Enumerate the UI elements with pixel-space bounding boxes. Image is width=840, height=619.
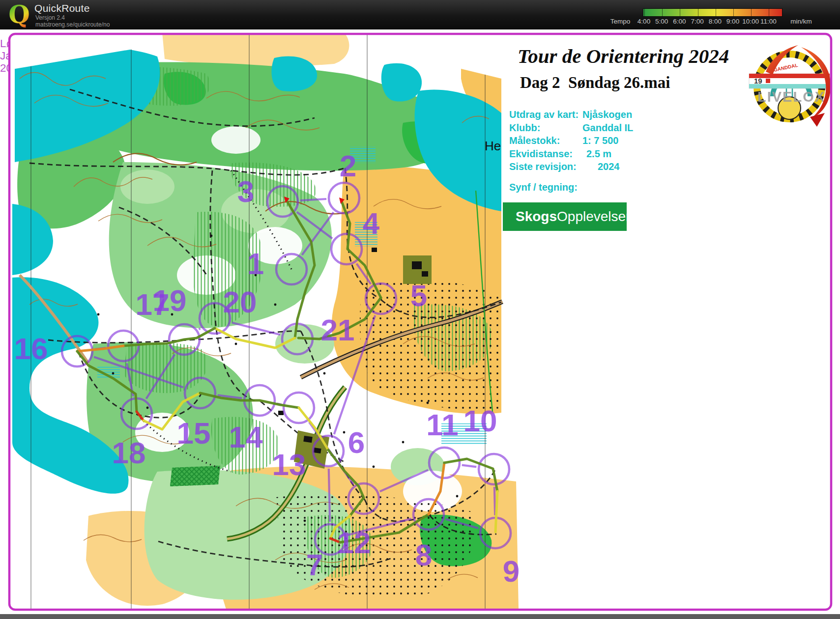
tempo-unit: min/km: [790, 18, 812, 25]
tempo-tick-label: 4:00: [637, 18, 650, 25]
livelox-watermark: LIVELOX: [757, 89, 825, 105]
club-logo-year: 19: [754, 77, 762, 85]
app-url: matstroeng.se/quickroute/no: [35, 21, 110, 28]
info-row-kart: Utdrag av kart: Njåskogen: [509, 109, 637, 122]
tempo-tick-label: 6:00: [673, 18, 686, 25]
control-number: 18: [112, 438, 146, 468]
control-number: 21: [321, 315, 355, 345]
info-value: Ganddal IL: [582, 122, 633, 134]
info-row-revisjon: Siste revisjon: 2024: [509, 161, 637, 174]
map-subtitle: Dag 2 Søndag 26.mai: [520, 74, 670, 92]
control-number: 11: [426, 410, 459, 440]
info-value: 1: 7 500: [582, 135, 618, 146]
control-number: 15: [177, 418, 211, 449]
info-row-klubb: Klubb: Ganddal IL: [509, 122, 637, 136]
control-number: 4: [363, 208, 379, 239]
map-maker-rest: Opplevelser: [557, 209, 630, 224]
tempo-tick: [733, 9, 734, 16]
tempo-tick-label: 11:00: [760, 18, 777, 25]
tempo-tick-label: 8:00: [709, 18, 722, 25]
control-number: 2: [340, 151, 356, 181]
info-label: Klubb:: [509, 122, 540, 134]
tempo-tick: [716, 9, 716, 16]
tempo-tick: [662, 9, 663, 16]
map-maker-bold: Skogs: [516, 209, 557, 224]
info-row-ekvidistanse: Ekvidistanse: 2.5 m: [509, 148, 637, 162]
control-number: 8: [415, 540, 432, 570]
map-info-block: Utdrag av kart: Njåskogen Klubb: Ganddal…: [509, 109, 637, 174]
control-number: 6: [348, 427, 365, 458]
tempo-tick-label: 9:00: [726, 18, 739, 25]
control-number: 14: [229, 422, 263, 452]
course-leg: [494, 487, 495, 515]
control-number: 7: [306, 550, 323, 580]
info-value: Njåskogen: [582, 109, 632, 120]
control-number: 16: [14, 334, 48, 364]
tempo-tick: [680, 9, 680, 16]
tempo-tick: [644, 9, 645, 16]
bottom-strip: [0, 614, 840, 619]
app-titlebar: Q QuickRoute Versjon 2.4 matstroeng.se/q…: [0, 0, 840, 29]
tempo-gradient-bar: [643, 8, 782, 17]
info-label: Ekvidistanse:: [509, 148, 573, 160]
app-title: QuickRoute: [34, 2, 90, 14]
app-version: Versjon 2.4: [35, 14, 65, 21]
control-number: 1: [247, 249, 264, 279]
map-title: Tour de Orientering 2024: [518, 44, 729, 68]
synf-label: Synf / tegning:: [509, 182, 578, 193]
tempo-tick: [769, 9, 769, 16]
quickroute-window: Q QuickRoute Versjon 2.4 matstroeng.se/q…: [0, 0, 840, 619]
tempo-tick: [698, 9, 698, 16]
course-leg: [199, 329, 201, 330]
tempo-tick: [751, 9, 752, 16]
info-row-malestokk: Målestokk: 1: 7 500: [509, 135, 637, 148]
info-value: 2024: [598, 161, 620, 172]
lake-label: He: [485, 139, 501, 154]
course-leg: [300, 199, 326, 200]
control-number: 10: [463, 406, 497, 436]
info-label: Siste revisjon:: [509, 161, 577, 172]
map-maker-logo: SkogsOpplevelser: [503, 202, 627, 231]
tempo-tick-label: 7:00: [691, 18, 703, 25]
info-label: Utdrag av kart:: [509, 109, 579, 120]
control-number: 9: [503, 556, 520, 587]
control-number: 19: [153, 285, 187, 316]
control-number: 5: [410, 281, 427, 311]
tempo-tick-label: 5:00: [655, 18, 668, 25]
info-value: 2.5 m: [586, 148, 611, 160]
tempo-label: Tempo: [610, 18, 631, 25]
control-number: 3: [237, 176, 254, 207]
course-leg: [329, 469, 330, 522]
tempo-tick-label: 10:00: [742, 18, 759, 25]
control-number: 12: [337, 528, 371, 558]
info-label: Målestokk:: [509, 135, 560, 146]
control-number: 13: [272, 450, 306, 480]
quickroute-logo-icon: Q: [7, 2, 31, 28]
control-number: 20: [223, 287, 257, 317]
